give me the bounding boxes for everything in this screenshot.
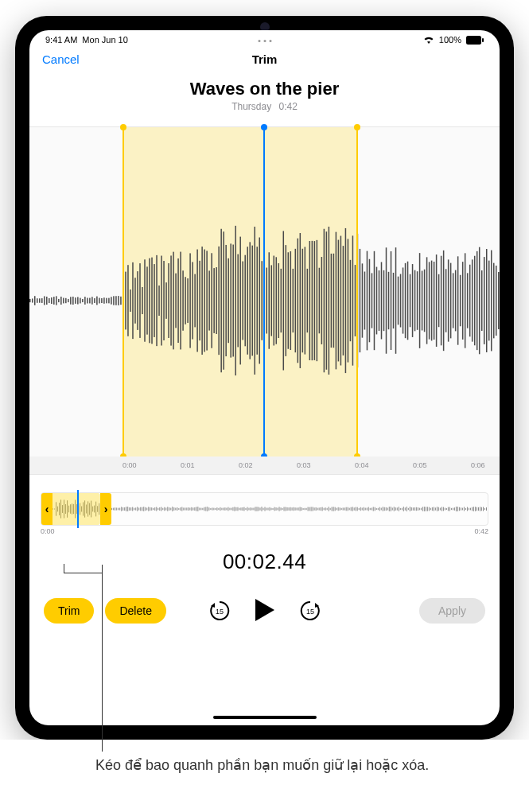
svg-rect-294	[199, 507, 200, 510]
svg-rect-449	[446, 508, 447, 510]
svg-rect-162	[405, 263, 406, 338]
svg-rect-54	[146, 266, 148, 334]
svg-rect-323	[245, 508, 246, 510]
svg-rect-375	[329, 507, 329, 511]
svg-rect-38	[108, 298, 110, 304]
svg-rect-161	[403, 267, 404, 333]
overview-handle-left[interactable]: ‹	[41, 493, 53, 525]
svg-rect-282	[180, 507, 181, 511]
svg-rect-68	[180, 252, 181, 350]
svg-rect-377	[332, 507, 333, 511]
svg-rect-3	[466, 36, 481, 45]
svg-rect-381	[338, 507, 339, 511]
svg-rect-270	[161, 507, 161, 511]
svg-rect-121	[307, 269, 309, 332]
svg-rect-118	[300, 233, 301, 368]
svg-rect-290	[193, 507, 193, 510]
svg-rect-432	[419, 508, 420, 511]
home-indicator[interactable]	[213, 716, 317, 719]
svg-rect-279	[175, 508, 176, 511]
svg-rect-26	[80, 298, 81, 304]
trim-handle-left[interactable]	[123, 127, 124, 457]
svg-rect-113	[288, 252, 290, 348]
svg-rect-117	[298, 239, 299, 363]
svg-rect-352	[292, 507, 293, 511]
svg-rect-79	[206, 251, 208, 350]
svg-rect-309	[223, 507, 224, 510]
svg-rect-143	[360, 249, 361, 352]
svg-rect-140	[352, 235, 354, 365]
playhead[interactable]	[263, 127, 265, 457]
multitask-dots-icon[interactable]	[257, 35, 273, 45]
ruler-tick: 0:06	[471, 461, 485, 469]
svg-rect-274	[167, 507, 168, 511]
wifi-icon	[423, 36, 434, 44]
svg-rect-114	[290, 251, 292, 350]
svg-rect-382	[340, 507, 340, 511]
ruler-tick: 0:00	[123, 461, 137, 469]
svg-rect-150	[376, 267, 378, 335]
svg-rect-115	[293, 269, 294, 332]
svg-rect-137	[345, 228, 347, 373]
svg-rect-199	[493, 263, 495, 339]
svg-rect-332	[259, 507, 260, 510]
svg-rect-374	[327, 508, 328, 510]
status-bar: 9:41 AM Mon Jun 10 100%	[29, 30, 500, 46]
svg-rect-67	[177, 258, 179, 343]
delete-button[interactable]: Delete	[105, 598, 165, 624]
svg-rect-363	[309, 507, 310, 511]
overview-track[interactable]: ‹ ›	[41, 492, 488, 526]
svg-rect-88	[228, 258, 229, 343]
svg-rect-132	[333, 254, 335, 348]
svg-rect-243	[118, 508, 119, 511]
skip-back-15-button[interactable]: 15	[208, 599, 231, 623]
svg-rect-80	[208, 270, 210, 330]
recording-day: Thursday	[231, 101, 271, 112]
apply-button[interactable]: Apply	[419, 598, 485, 624]
svg-rect-151	[379, 270, 380, 331]
svg-rect-461	[465, 508, 466, 510]
svg-rect-194	[481, 270, 483, 331]
svg-rect-442	[435, 507, 436, 510]
svg-rect-81	[211, 253, 212, 348]
svg-rect-346	[282, 508, 283, 510]
svg-rect-472	[483, 507, 484, 511]
svg-rect-252	[132, 507, 133, 511]
svg-rect-71	[187, 278, 189, 323]
svg-rect-155	[388, 272, 390, 329]
recording-duration: 0:42	[279, 101, 298, 112]
svg-rect-289	[191, 507, 192, 511]
svg-rect-391	[354, 507, 355, 510]
svg-rect-420	[400, 508, 401, 510]
svg-rect-36	[103, 297, 105, 304]
overview-handle-right[interactable]: ›	[100, 493, 111, 525]
svg-rect-168	[419, 253, 421, 348]
svg-rect-130	[329, 227, 330, 375]
svg-rect-176	[438, 274, 440, 327]
svg-rect-180	[448, 259, 449, 341]
trim-handle-right[interactable]	[356, 127, 358, 457]
svg-rect-292	[196, 507, 196, 511]
nav-title: Trim	[252, 52, 278, 66]
svg-rect-439	[430, 508, 431, 511]
trim-button[interactable]: Trim	[44, 598, 94, 624]
svg-rect-421	[402, 508, 403, 510]
svg-rect-246	[123, 507, 123, 511]
cancel-button[interactable]: Cancel	[42, 52, 80, 66]
svg-rect-283	[181, 507, 182, 511]
svg-rect-260	[145, 507, 146, 511]
svg-rect-465	[472, 507, 473, 511]
play-button[interactable]	[254, 597, 276, 625]
svg-rect-298	[205, 507, 206, 511]
svg-rect-105	[269, 252, 270, 348]
waveform-main[interactable]: placeholder 0:00 0:01 0:02 0:03 0:04 0:0…	[29, 126, 500, 475]
svg-rect-86	[223, 231, 224, 370]
svg-rect-384	[343, 507, 344, 510]
svg-rect-4	[482, 38, 484, 42]
svg-rect-268	[158, 508, 158, 510]
svg-rect-378	[333, 507, 334, 511]
skip-forward-15-button[interactable]: 15	[298, 599, 322, 623]
svg-rect-28	[84, 297, 86, 305]
overview-playhead[interactable]	[77, 490, 79, 528]
svg-rect-126	[319, 268, 321, 334]
